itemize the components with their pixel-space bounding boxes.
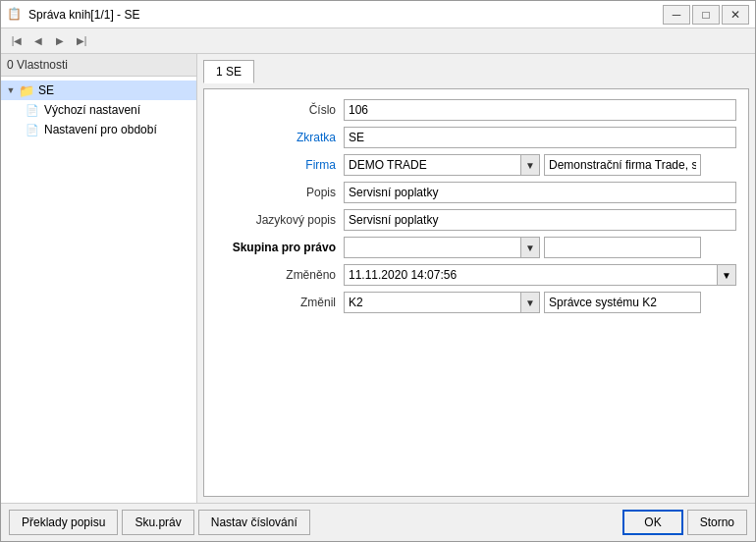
jazykovy-popis-label: Jazykový popis — [216, 213, 344, 227]
bottom-left-buttons: Překlady popisu Sku.práv Nastav číslován… — [9, 510, 310, 535]
main-window: 📋 Správa knih[1/1] - SE ─ □ ✕ |◀ ◀ ▶ ▶| … — [0, 0, 756, 542]
tree-label-vychozi: Výchozí nastavení — [44, 103, 140, 117]
zmeneno-input[interactable] — [344, 264, 717, 286]
zmenil-dropdown-button[interactable]: ▼ — [520, 292, 540, 313]
cislo-input[interactable] — [344, 99, 736, 121]
tree-item-nastaveni[interactable]: 📄 Nastavení pro období — [19, 120, 196, 139]
popis-row: Popis — [216, 182, 736, 203]
preklady-label: Překlady popisu — [22, 515, 105, 529]
firma-dropdown-container: ▼ — [344, 154, 540, 176]
skuprav-label: Sku.práv — [135, 515, 181, 529]
tree-item-se[interactable]: ▼ 📁 SE — [1, 81, 196, 100]
firma-label[interactable]: Firma — [216, 158, 344, 172]
tab-label: 1 SE — [216, 65, 242, 79]
zmenil-row: Změnil ▼ — [216, 292, 736, 313]
bottom-right-buttons: OK Storno — [622, 510, 747, 535]
zmenil-combo: ▼ — [344, 292, 701, 313]
tree-label-nastaveni: Nastavení pro období — [44, 123, 157, 136]
prev-button[interactable]: ◀ — [28, 32, 48, 50]
zmenil-dropdown-container: ▼ — [344, 292, 540, 313]
firma-dropdown-button[interactable]: ▼ — [520, 154, 540, 176]
app-icon: 📋 — [7, 7, 23, 23]
minimize-button[interactable]: ─ — [663, 5, 690, 25]
zkratka-input[interactable] — [344, 127, 736, 148]
ok-label: OK — [644, 515, 661, 529]
skupina-prava-combo: ▼ — [344, 237, 701, 258]
content-area: 0 Vlastnosti ▼ 📁 SE 📄 Výchozí nastavení … — [1, 54, 755, 503]
popis-input[interactable] — [344, 182, 736, 203]
tree-label-se: SE — [38, 83, 54, 97]
popis-label: Popis — [216, 186, 344, 199]
zmeneno-dropdown-button[interactable]: ▼ — [717, 264, 736, 286]
window-controls: ─ □ ✕ — [663, 5, 749, 25]
zmenil-text-input[interactable] — [544, 292, 701, 313]
tree-item-vychozi[interactable]: 📄 Výchozí nastavení — [19, 100, 196, 120]
tab-bar: 1 SE — [203, 60, 749, 82]
maximize-button[interactable]: □ — [692, 5, 720, 25]
zmenil-dropdown-input[interactable] — [344, 292, 520, 313]
doc-icon-vychozi: 📄 — [25, 102, 40, 118]
firma-dropdown-input[interactable] — [344, 154, 520, 176]
jazykovy-popis-row: Jazykový popis — [216, 209, 736, 231]
storno-label: Storno — [700, 515, 734, 529]
firma-row: Firma ▼ — [216, 154, 736, 176]
zmeneno-combo: ▼ — [344, 264, 736, 286]
skupina-prava-dropdown-button[interactable]: ▼ — [520, 237, 540, 258]
last-button[interactable]: ▶| — [72, 32, 91, 50]
title-bar: 📋 Správa knih[1/1] - SE ─ □ ✕ — [1, 1, 755, 28]
zkratka-label[interactable]: Zkratka — [216, 131, 344, 144]
sidebar: 0 Vlastnosti ▼ 📁 SE 📄 Výchozí nastavení … — [1, 54, 197, 503]
window-title: Správa knih[1/1] - SE — [28, 8, 139, 22]
nastav-button[interactable]: Nastav číslování — [198, 510, 310, 535]
skupina-prava-row: Skupina pro právo ▼ — [216, 237, 736, 258]
preklady-button[interactable]: Překlady popisu — [9, 510, 118, 535]
main-area: 1 SE Číslo Zkratka Firma — [197, 54, 755, 503]
skupina-prava-dropdown-container: ▼ — [344, 237, 540, 258]
zmeneno-row: Změněno ▼ — [216, 264, 736, 286]
cislo-row: Číslo — [216, 99, 736, 121]
toolbar: |◀ ◀ ▶ ▶| — [1, 28, 755, 54]
close-button[interactable]: ✕ — [722, 5, 749, 25]
tree-toggle-icon: ▼ — [5, 84, 17, 96]
nastav-label: Nastav číslování — [211, 515, 297, 529]
cislo-label: Číslo — [216, 103, 344, 117]
skupina-prava-text-input[interactable] — [544, 237, 701, 258]
storno-button[interactable]: Storno — [687, 510, 747, 535]
folder-icon: 📁 — [19, 82, 34, 98]
sidebar-header: 0 Vlastnosti — [1, 54, 196, 77]
first-button[interactable]: |◀ — [7, 32, 27, 50]
sidebar-header-text: 0 Vlastnosti — [7, 58, 68, 72]
firma-text-input[interactable] — [544, 154, 701, 176]
sidebar-tree: ▼ 📁 SE 📄 Výchozí nastavení 📄 Nastavení p… — [1, 77, 196, 143]
skupina-prava-dropdown-input[interactable] — [344, 237, 520, 258]
firma-combo: ▼ — [344, 154, 701, 176]
tree-children: 📄 Výchozí nastavení 📄 Nastavení pro obdo… — [1, 100, 196, 139]
bottom-bar: Překlady popisu Sku.práv Nastav číslován… — [1, 503, 755, 541]
skupina-prava-label: Skupina pro právo — [216, 241, 344, 254]
jazykovy-popis-input[interactable] — [344, 209, 736, 231]
form-panel: Číslo Zkratka Firma ▼ — [203, 88, 749, 497]
skuprav-button[interactable]: Sku.práv — [122, 510, 193, 535]
zmeneno-label: Změněno — [216, 268, 344, 282]
doc-icon-nastaveni: 📄 — [25, 122, 40, 137]
zmenil-label: Změnil — [216, 296, 344, 309]
tab-1-se[interactable]: 1 SE — [203, 60, 254, 83]
next-button[interactable]: ▶ — [50, 32, 70, 50]
ok-button[interactable]: OK — [622, 510, 682, 535]
zkratka-row: Zkratka — [216, 127, 736, 148]
